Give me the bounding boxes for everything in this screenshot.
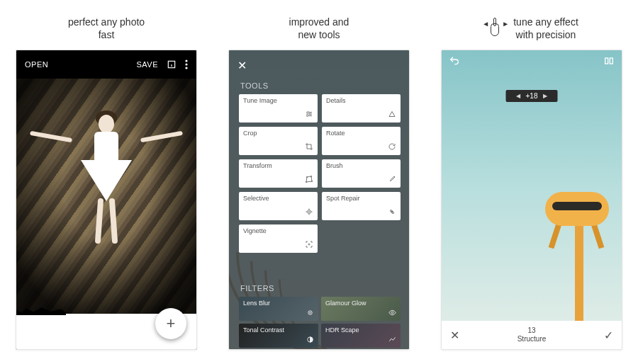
svg-point-29 [310,312,311,314]
swipe-gesture-icon: ◄► [485,16,506,40]
effect-label: Structure [517,335,547,343]
filters-grid: Lens Blur Glamour Glow Tonal Contrast HD… [239,297,401,348]
eye-icon [388,309,396,318]
svg-rect-32 [605,58,608,64]
tool-transform[interactable]: Transform [239,159,318,188]
editor-topbar: OPEN SAVE [16,50,196,79]
tower-window [552,202,602,210]
screenshot-3-col: ◄► tune any effect with precision ◀ +18 [432,7,631,350]
undo-icon[interactable] [449,55,460,69]
close-icon[interactable]: ✕ [237,59,247,72]
svg-point-27 [308,244,310,245]
caption-1-l1: perfect any photo [68,16,145,28]
caption-2: improved and new tools [289,7,349,50]
caption-1: perfect any photo fast [68,7,145,50]
tools-section-label: TOOLS [240,81,269,90]
plus-icon: + [167,314,176,333]
svg-marker-12 [389,112,395,117]
svg-rect-33 [610,58,612,64]
tool-rotate[interactable]: Rotate [322,127,401,155]
svg-point-3 [185,59,187,62]
tool-vignette[interactable]: Vignette [239,224,318,253]
hdr-icon [388,336,396,345]
compare-icon[interactable] [603,55,615,69]
filter-glamour-glow[interactable]: Glamour Glow [321,297,401,321]
crop-icon [305,142,313,152]
bottombar-3: ✕ 13 Structure ✓ [442,321,622,349]
svg-point-4 [185,63,187,65]
caption-3: ◄► tune any effect with precision [485,7,578,50]
effect-value: 13 [517,326,547,335]
triangle-icon [388,110,396,120]
editor-topbar-3 [442,50,622,74]
caption-2-l2: new tools [289,28,349,41]
filter-hdr-scape[interactable]: HDR Scape [321,324,401,348]
filters-section-label: FILTERS [240,284,274,292]
pill-value: +18 [526,92,538,100]
contrast-icon [306,336,314,345]
main-photo[interactable] [16,79,196,314]
tri-left-icon: ◀ [516,93,520,99]
svg-point-10 [310,113,311,115]
svg-point-28 [308,311,313,315]
screenshot-row: perfect any photo fast OPEN SAVE [0,0,638,364]
transform-icon [305,175,313,185]
rotate-icon [388,142,396,152]
tool-crop[interactable]: Crop [239,127,318,155]
effect-readout: 13 Structure [517,326,547,343]
more-icon[interactable] [185,59,188,69]
apply-icon[interactable]: ✓ [604,329,613,342]
screenshot-1-col: perfect any photo fast OPEN SAVE [7,7,206,350]
phone-3: ◀ +18 ▶ ✕ 13 Structure ✓ [441,50,622,350]
tool-spot-repair[interactable]: Spot Repair [322,192,401,220]
tool-details[interactable]: Details [322,94,401,123]
svg-point-30 [391,312,393,314]
phone-1: OPEN SAVE [16,50,197,350]
svg-point-5 [185,67,187,69]
screenshot-2-col: improved and new tools ✕ TOOLS Tune Imag… [220,7,418,350]
caption-3-l2: with precision [513,28,578,41]
caption-1-l2: fast [68,28,145,41]
svg-point-11 [307,115,308,117]
tool-brush[interactable]: Brush [322,159,401,188]
info-icon[interactable] [167,59,177,69]
target-icon [305,207,313,217]
tri-right-icon: ▶ [543,93,547,99]
brush-icon [388,175,396,185]
tool-tune-image[interactable]: Tune Image [239,94,318,123]
caption-3-l1: tune any effect [513,16,578,28]
add-fab[interactable]: + [155,308,186,339]
tools-grid: Tune Image Details Crop Rotate Transform… [239,94,401,253]
tool-selective[interactable]: Selective [239,192,318,220]
filter-lens-blur[interactable]: Lens Blur [239,297,318,321]
sliders-icon [305,110,313,120]
heal-icon [388,207,396,217]
cancel-icon[interactable]: ✕ [450,329,459,342]
value-pill[interactable]: ◀ +18 ▶ [506,90,558,102]
caption-2-l1: improved and [289,16,349,28]
phone-2: ✕ TOOLS Tune Image Details Crop Rotate T… [228,50,410,350]
svg-point-19 [309,212,310,212]
blur-icon [306,309,314,318]
filter-tonal-contrast[interactable]: Tonal Contrast [239,324,318,348]
open-button[interactable]: OPEN [25,60,48,69]
save-button[interactable]: SAVE [136,60,158,69]
vignette-icon [305,240,313,250]
svg-point-9 [308,112,309,113]
